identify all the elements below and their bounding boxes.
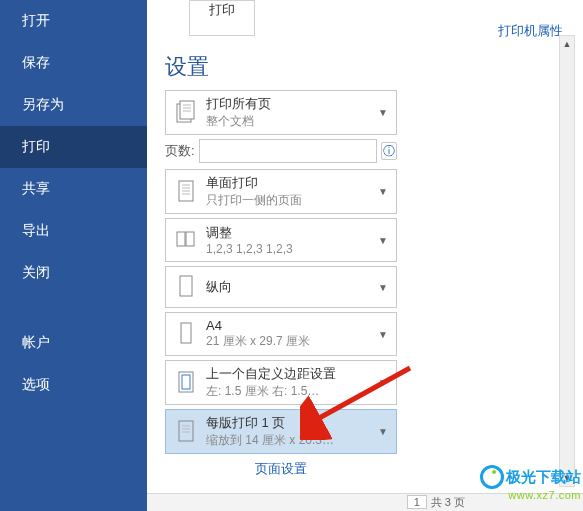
page-counter: 1共 3 页 [407, 495, 465, 510]
collate-sub: 1,2,3 1,2,3 1,2,3 [206, 242, 378, 256]
svg-rect-15 [182, 375, 190, 389]
sidebar-item-options[interactable]: 选项 [0, 364, 147, 406]
portrait-icon [172, 271, 200, 303]
pages-label: 页数: [165, 142, 199, 160]
margins-sub: 左: 1.5 厘米 右: 1.5… [206, 383, 378, 400]
dropdown-margins[interactable]: 上一个自定义边距设置 左: 1.5 厘米 右: 1.5… ▼ [165, 360, 397, 405]
chevron-down-icon: ▼ [378, 282, 390, 293]
sided-title: 单面打印 [206, 174, 378, 192]
one-page-icon [172, 416, 200, 448]
sidebar-item-open[interactable]: 打开 [0, 0, 147, 42]
total-pages: 共 3 页 [431, 496, 465, 508]
pages-input[interactable] [199, 139, 377, 163]
chevron-down-icon: ▼ [378, 186, 390, 197]
dropdown-print-scope[interactable]: 打印所有页 整个文档 ▼ [165, 90, 397, 135]
dropdown-collate[interactable]: 调整 1,2,3 1,2,3 1,2,3 ▼ [165, 218, 397, 262]
sidebar-item-account[interactable]: 帐户 [0, 322, 147, 364]
chevron-down-icon: ▼ [378, 107, 390, 118]
svg-rect-10 [177, 232, 185, 246]
sidebar-item-close[interactable]: 关闭 [0, 252, 147, 294]
backstage-sidebar: 打开 保存 另存为 打印 共享 导出 关闭 帐户 选项 [0, 0, 147, 511]
dropdown-sided[interactable]: 单面打印 只打印一侧的页面 ▼ [165, 169, 397, 214]
printer-properties-link[interactable]: 打印机属性 [498, 22, 563, 40]
margins-title: 上一个自定义边距设置 [206, 365, 378, 383]
footer-bar [147, 493, 583, 511]
paper-icon [172, 318, 200, 350]
page-setup-link[interactable]: 页面设置 [165, 460, 397, 478]
margins-icon [172, 367, 200, 399]
single-side-icon [172, 176, 200, 208]
sidebar-item-save[interactable]: 保存 [0, 42, 147, 84]
scroll-down-button[interactable]: ▼ [560, 470, 574, 486]
print-button-label: 打印 [209, 2, 235, 17]
dropdown-orientation[interactable]: 纵向 ▼ [165, 266, 397, 308]
scope-sub: 整个文档 [206, 113, 378, 130]
collate-title: 调整 [206, 224, 378, 242]
chevron-down-icon: ▼ [378, 235, 390, 246]
info-icon[interactable]: ⓘ [381, 142, 397, 160]
svg-rect-16 [179, 421, 193, 441]
chevron-down-icon: ▼ [378, 377, 390, 388]
scroll-up-button[interactable]: ▲ [560, 36, 574, 52]
perpage-title: 每版打印 1 页 [206, 414, 378, 432]
sided-sub: 只打印一侧的页面 [206, 192, 378, 209]
svg-rect-12 [180, 276, 192, 296]
svg-rect-1 [180, 101, 194, 119]
chevron-down-icon: ▼ [378, 329, 390, 340]
sidebar-item-share[interactable]: 共享 [0, 168, 147, 210]
collate-icon [172, 224, 200, 256]
settings-scrollbar[interactable]: ▲ ▼ [559, 35, 575, 487]
print-settings-panel: 打印 打印机属性 设置 打印所有页 整个文档 ▼ 页数: ⓘ [147, 0, 583, 511]
paper-title: A4 [206, 318, 378, 333]
perpage-sub: 缩放到 14 厘米 x 20.3… [206, 432, 378, 449]
sidebar-item-saveas[interactable]: 另存为 [0, 84, 147, 126]
svg-rect-11 [186, 232, 194, 246]
svg-rect-13 [181, 323, 191, 343]
dropdown-pages-per-sheet[interactable]: 每版打印 1 页 缩放到 14 厘米 x 20.3… ▼ [165, 409, 397, 454]
sidebar-item-print[interactable]: 打印 [0, 126, 147, 168]
scroll-track[interactable] [560, 52, 574, 470]
sidebar-item-export[interactable]: 导出 [0, 210, 147, 252]
chevron-down-icon: ▼ [378, 426, 390, 437]
current-page: 1 [407, 495, 427, 509]
print-button-thumb[interactable]: 打印 [189, 0, 255, 36]
pages-stack-icon [172, 97, 200, 129]
orient-title: 纵向 [206, 278, 378, 296]
dropdown-paper-size[interactable]: A4 21 厘米 x 29.7 厘米 ▼ [165, 312, 397, 356]
settings-heading: 设置 [165, 52, 397, 82]
paper-sub: 21 厘米 x 29.7 厘米 [206, 333, 378, 350]
scope-title: 打印所有页 [206, 95, 378, 113]
